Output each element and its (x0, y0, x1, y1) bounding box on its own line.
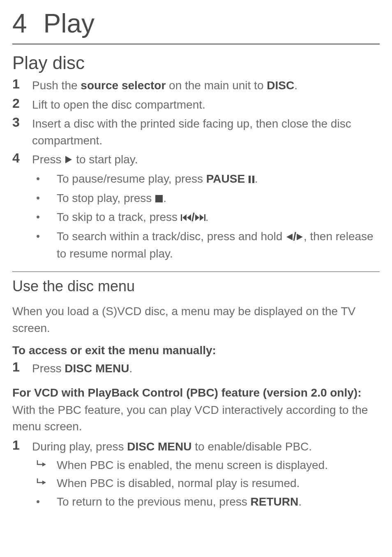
pbc-intro: With the PBC feature, you can play VCD i… (12, 402, 380, 435)
text-fragment: During play, press (32, 440, 127, 453)
bold-source-selector: source selector (81, 79, 166, 92)
chapter-header: 4 Play (12, 8, 380, 44)
bullet-text: To pause/resume play, press PAUSE . (57, 171, 258, 188)
step-number: 4 (12, 151, 32, 166)
pbc-step-1: 1 During play, press DISC MENU to enable… (12, 438, 380, 455)
text-fragment: To search within a track/disc, press and… (57, 230, 286, 243)
bullet-icon: • (32, 228, 57, 244)
svg-marker-7 (195, 214, 199, 221)
bold-pause: PAUSE (206, 172, 245, 185)
svg-rect-3 (155, 195, 163, 202)
text-fragment: . (255, 172, 258, 185)
result-arrow-icon (32, 457, 57, 469)
step-text: During play, press DISC MENU to enable/d… (32, 438, 312, 455)
bullet-text: To return to the previous menu, press RE… (57, 494, 302, 511)
left-arrow-icon (286, 229, 293, 246)
bullet-pause: • To pause/resume play, press PAUSE . (32, 171, 380, 188)
step-1: 1 Push the source selector on the main u… (12, 77, 380, 94)
stop-icon (155, 191, 163, 208)
text-fragment: To pause/resume play, press (57, 172, 206, 185)
disc-menu-intro: When you load a (S)VCD disc, a menu may … (12, 303, 380, 337)
bullet-icon: • (32, 171, 57, 187)
chapter-title: Play (44, 8, 95, 39)
step-number: 1 (12, 438, 32, 453)
text-fragment: . (205, 211, 209, 223)
text-fragment: . (298, 495, 302, 508)
svg-marker-11 (297, 234, 303, 240)
play-icon (65, 152, 73, 169)
subsection-title-disc-menu: Use the disc menu (12, 278, 380, 295)
svg-marker-8 (200, 214, 204, 221)
skip-next-icon (195, 210, 205, 227)
bullet-icon: • (32, 209, 57, 225)
step-text: Insert a disc with the printed side faci… (32, 115, 380, 149)
svg-marker-12 (42, 462, 46, 466)
result-pbc-enabled: When PBC is enabled, the menu screen is … (32, 457, 380, 474)
section-divider (12, 272, 380, 272)
result-text: When PBC is disabled, normal play is res… (57, 475, 300, 492)
text-fragment: . (163, 192, 166, 204)
step-number: 3 (12, 115, 32, 130)
step-text: Lift to open the disc compartment. (32, 96, 205, 114)
bullet-icon: • (32, 494, 57, 510)
result-text: When PBC is enabled, the menu screen is … (57, 457, 328, 474)
svg-rect-2 (252, 176, 254, 183)
skip-prev-icon (181, 210, 191, 227)
section-title-play-disc: Play disc (12, 53, 380, 73)
bold-disc: DISC (267, 79, 294, 92)
text-fragment: To return to the previous menu, press (57, 495, 251, 508)
bullet-stop: • To stop play, press . (32, 190, 380, 208)
svg-rect-4 (181, 214, 182, 221)
bullet-text: To search within a track/disc, press and… (57, 228, 380, 262)
svg-marker-13 (42, 480, 46, 485)
step-text: Press to start play. (32, 151, 138, 169)
chapter-number: 4 (12, 8, 27, 39)
step-4: 4 Press to start play. (12, 151, 380, 169)
play-disc-steps: 1 Push the source selector on the main u… (12, 77, 380, 262)
text-fragment: To stop play, press (57, 192, 155, 204)
slash: / (293, 230, 296, 243)
text-fragment: . (129, 362, 132, 375)
bold-disc-menu: DISC MENU (127, 440, 191, 453)
text-fragment: Press (32, 153, 65, 166)
text-fragment: . (294, 79, 297, 92)
text-fragment: on the main unit to (166, 79, 267, 92)
bold-disc-menu: DISC MENU (65, 362, 129, 375)
bullet-search: • To search within a track/disc, press a… (32, 228, 380, 262)
result-pbc-disabled: When PBC is disabled, normal play is res… (32, 475, 380, 492)
right-arrow-icon (296, 229, 304, 246)
step-number: 2 (12, 96, 32, 111)
disc-menu-step-1: 1 Press DISC MENU. (12, 360, 380, 377)
svg-marker-5 (182, 214, 187, 221)
text-fragment: To skip to a track, press (57, 211, 181, 223)
bullet-text: To skip to a track, press /. (57, 209, 208, 227)
step-2: 2 Lift to open the disc compartment. (12, 96, 380, 114)
step-number: 1 (12, 77, 32, 92)
label-pbc: For VCD with PlayBack Control (PBC) feat… (12, 386, 380, 399)
step-3: 3 Insert a disc with the printed side fa… (12, 115, 380, 149)
svg-rect-1 (249, 176, 251, 183)
svg-marker-6 (187, 214, 191, 221)
slash: / (191, 211, 195, 223)
svg-marker-0 (65, 156, 72, 163)
text-fragment: Press (32, 362, 65, 375)
step-text: Push the source selector on the main uni… (32, 77, 297, 94)
svg-marker-10 (286, 234, 293, 240)
result-arrow-icon (32, 475, 57, 487)
label-access-exit: To access or exit the menu manually: (12, 344, 380, 357)
step-4-subbullets: • To pause/resume play, press PAUSE . • … (32, 171, 380, 262)
bold-return: RETURN (251, 495, 299, 508)
step-number: 1 (12, 360, 32, 375)
step-text: Press DISC MENU. (32, 360, 132, 377)
bullet-icon: • (32, 190, 57, 206)
bullet-skip: • To skip to a track, press /. (32, 209, 380, 227)
pause-icon (248, 172, 255, 188)
text-fragment: to enable/disable PBC. (191, 440, 312, 453)
text-fragment: Push the (32, 79, 81, 92)
bullet-return: • To return to the previous menu, press … (32, 494, 380, 511)
bullet-text: To stop play, press . (57, 190, 166, 208)
text-fragment: to start play. (73, 153, 138, 166)
